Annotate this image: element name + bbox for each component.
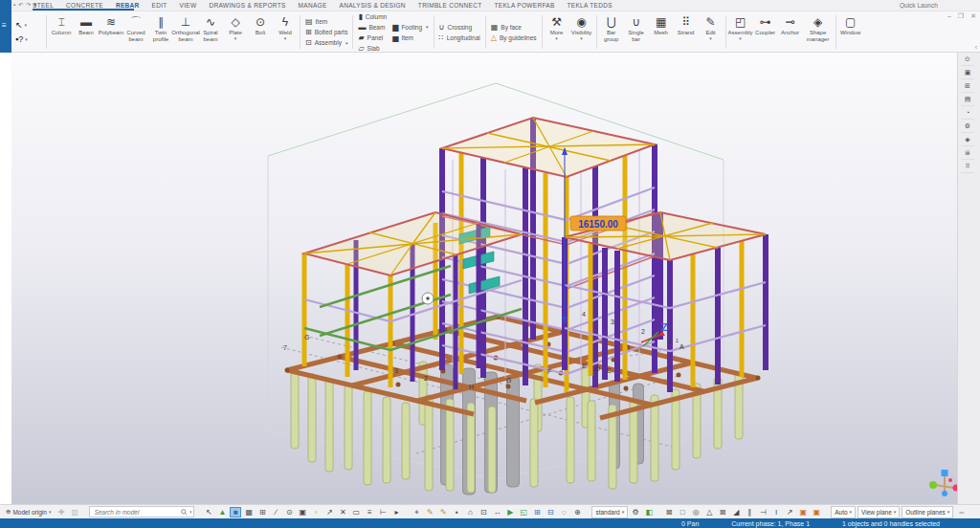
- ribbon-column-button[interactable]: ⌶Column: [49, 12, 74, 52]
- ribbon-concrete-beam-button[interactable]: ▬Beam: [358, 23, 387, 32]
- ribbon-plate-button[interactable]: ◇Plate▾: [223, 12, 248, 52]
- ribbon-bar-group-button[interactable]: ⋃Bar group: [599, 12, 624, 52]
- tab-rebar[interactable]: REBAR: [116, 2, 140, 9]
- view-switch-1[interactable]: ⊠: [663, 507, 675, 517]
- view-switch-6[interactable]: ◢: [730, 507, 742, 517]
- organizer-icon[interactable]: ◈: [961, 133, 974, 146]
- snap-switch-7[interactable]: ↔: [491, 507, 502, 517]
- undo-icon[interactable]: ↶: [18, 0, 23, 11]
- ribbon-curved-beam-button[interactable]: ⌒Curved beam: [123, 12, 148, 52]
- selection-switch-2[interactable]: ▲: [216, 507, 228, 517]
- selection-switch-3[interactable]: ■: [230, 507, 241, 517]
- quick-launch-box[interactable]: [898, 1, 967, 10]
- auto-dropdown[interactable]: Auto ▾: [831, 506, 856, 518]
- model-viewport[interactable]: 16150.00 G 7 3 2 1 H G F E D C 4 3 2 1 Z…: [11, 53, 957, 504]
- ribbon-visibility-button[interactable]: ◉Visibility▾: [569, 12, 594, 52]
- tab-analysis-design[interactable]: ANALYSIS & DESIGN: [340, 2, 406, 9]
- ribbon-bolted-parts-button[interactable]: ⊞Bolted parts: [305, 28, 347, 36]
- view-switch-8[interactable]: ⊣: [757, 507, 768, 517]
- view-switch-5[interactable]: ⊠: [717, 507, 728, 517]
- ribbon-concrete-column-button[interactable]: ▮Column: [358, 12, 387, 21]
- restore-icon[interactable]: ❐: [958, 12, 964, 20]
- ribbon-orthogonal-beam-button[interactable]: ⊥Orthogonal beam: [173, 12, 198, 52]
- gear-icon[interactable]: ⚙: [630, 507, 641, 517]
- ribbon-crossing-button[interactable]: ∪Crossing: [439, 23, 480, 32]
- view-gizmo[interactable]: [929, 470, 957, 496]
- properties-icon[interactable]: ⊙: [961, 53, 974, 66]
- model-search-input[interactable]: [92, 508, 178, 517]
- snap-switch-8[interactable]: ▶: [504, 507, 516, 517]
- snap-switch-3[interactable]: ✎: [437, 507, 449, 517]
- ribbon-window-button[interactable]: ▢Window: [838, 12, 863, 52]
- ribbon-more-button[interactable]: ⚒More▾: [545, 12, 569, 52]
- tab-tekla-tedds[interactable]: TEKLA TEDDS: [568, 2, 612, 9]
- tab-steel[interactable]: STEEL: [33, 2, 54, 9]
- selection-switch-9[interactable]: ▫: [310, 507, 322, 517]
- close-icon[interactable]: ✕: [970, 12, 976, 20]
- ribbon-single-bar-button[interactable]: ∪Single bar: [624, 12, 649, 52]
- ribbon-bolt-button[interactable]: ⊙Bolt: [248, 12, 273, 52]
- ribbon-slab-button[interactable]: ▱Slab: [358, 44, 387, 53]
- ribbon-shape-manager-button[interactable]: ◈Shape manager: [803, 12, 834, 52]
- pager-icon[interactable]: ⇔: [955, 507, 967, 517]
- side-menu-bar[interactable]: ≡: [0, 0, 11, 53]
- snap-switch-2[interactable]: ✎: [424, 507, 435, 517]
- ribbon-strand-button[interactable]: ⠿Strand: [674, 12, 699, 52]
- tasks-icon[interactable]: ≣: [961, 146, 974, 160]
- tab-edit[interactable]: EDIT: [152, 2, 167, 9]
- ribbon-footing-button[interactable]: ▆Footing▾: [392, 23, 428, 32]
- ribbon-assembly-button[interactable]: ⊡Assembly▾: [305, 38, 347, 47]
- ribbon-spiral-beam-button[interactable]: ∿Spiral beam: [198, 12, 223, 52]
- ribbon-polybeam-button[interactable]: ≋Polybeam: [99, 12, 123, 52]
- tab-trimble-connect[interactable]: TRIMBLE CONNECT: [418, 2, 482, 9]
- tab-tekla-powerfab[interactable]: TEKLA POWERFAB: [494, 2, 554, 9]
- tab-manage[interactable]: MANAGE: [299, 2, 327, 9]
- snap-switch-5[interactable]: ⌂: [464, 507, 476, 517]
- tab-view[interactable]: VIEW: [180, 2, 197, 9]
- ribbon-coupler-button[interactable]: ⊶Coupler: [753, 12, 778, 52]
- quick-launch-input[interactable]: [898, 1, 980, 10]
- tab-drawings-reports[interactable]: DRAWINGS & REPORTS: [209, 2, 285, 9]
- save-icon[interactable]: ▪: [13, 0, 15, 11]
- hamburger-menu-icon[interactable]: ≡: [2, 21, 7, 30]
- snap-switch-4[interactable]: ▪: [451, 507, 462, 517]
- outline-planes-dropdown[interactable]: Outline planes ▾: [902, 506, 953, 518]
- settings-icon[interactable]: ⚙: [961, 120, 974, 133]
- selection-switch-13[interactable]: ≡: [364, 507, 375, 517]
- minimize-icon[interactable]: –: [947, 12, 951, 20]
- view-switch-7[interactable]: ∥: [744, 507, 755, 517]
- model-origin-dropdown[interactable]: ⊕ Model origin ▾: [3, 507, 54, 517]
- snap-switch-13[interactable]: ⊕: [571, 507, 583, 517]
- view-switch-4[interactable]: △: [703, 507, 715, 517]
- view-switch-12[interactable]: ▣: [811, 507, 822, 517]
- view-switch-11[interactable]: ▣: [797, 507, 809, 517]
- snap-switch-6[interactable]: ⊡: [478, 507, 489, 517]
- layouts-icon[interactable]: ⠿: [961, 160, 974, 173]
- snap-switch-12[interactable]: ◌: [558, 507, 569, 517]
- selection-switch-12[interactable]: ▭: [350, 507, 362, 517]
- components-icon[interactable]: ▣: [961, 66, 974, 79]
- ribbon-longitudinal-button[interactable]: ∷Longitudinal: [439, 33, 480, 42]
- model-view-canvas[interactable]: 16150.00 G 7 3 2 1 H G F E D C 4 3 2 1 Z…: [11, 53, 957, 504]
- view-switch-9[interactable]: I: [770, 507, 782, 517]
- ribbon-anchor-button[interactable]: ⊸Anchor: [778, 12, 803, 52]
- origin-list-button[interactable]: ▥: [69, 507, 80, 517]
- view-switch-2[interactable]: □: [677, 507, 688, 517]
- ribbon-edit-button[interactable]: ✎Edit▾: [699, 12, 724, 52]
- selection-switch-10[interactable]: ↗: [323, 507, 335, 517]
- ribbon-by-face-button[interactable]: ▦By face: [491, 23, 537, 32]
- view-switch-3[interactable]: ◎: [690, 507, 702, 517]
- ribbon-item-button[interactable]: ▤Item: [305, 17, 347, 26]
- selection-switch-15[interactable]: ▸: [390, 507, 402, 517]
- catalog-icon[interactable]: ▤: [961, 93, 974, 106]
- selection-switch-8[interactable]: ▣: [297, 507, 308, 517]
- ribbon-panel-button[interactable]: ▰Panel: [358, 33, 387, 42]
- ribbon-by-guidelines-button[interactable]: △By guidelines: [491, 33, 537, 42]
- view-switch-10[interactable]: ↗: [784, 507, 795, 517]
- ribbon-rebar-assembly-button[interactable]: ◰Assembly▾: [728, 12, 753, 52]
- snap-switch-10[interactable]: ⊞: [531, 507, 543, 517]
- selection-switch-7[interactable]: ⊙: [283, 507, 295, 517]
- snap-switch-11[interactable]: ⊟: [545, 507, 556, 517]
- ribbon-beam-button[interactable]: ▬Beam: [74, 12, 99, 52]
- selection-switch-5[interactable]: ⊞: [256, 507, 268, 517]
